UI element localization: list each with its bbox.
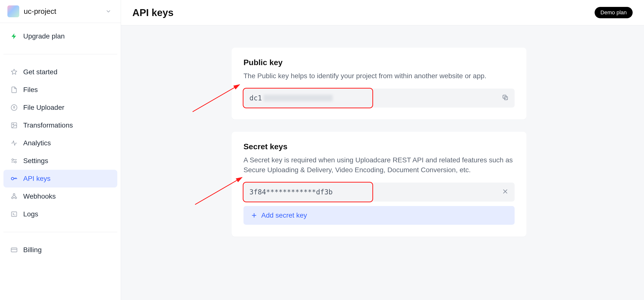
copy-public-key-button[interactable] [502,94,509,102]
sidebar-item-file-uploader[interactable]: File Uploader [4,99,117,116]
svg-rect-9 [12,212,17,217]
nav-label: Webhooks [23,192,56,200]
nav-label: Get started [23,68,58,76]
webhook-icon [10,193,18,200]
sliders-icon [10,157,18,165]
svg-point-4 [14,161,16,163]
secret-key-row: 3f84************df3b [244,183,514,202]
secret-keys-description: A Secret key is required when using Uplo… [244,155,514,175]
public-key-row: dc1 [244,89,514,108]
public-key-value[interactable]: dc1 [250,94,262,102]
project-switcher[interactable]: uc-project [0,0,121,23]
secret-keys-title: Secret keys [244,142,514,151]
nav-label: Upgrade plan [23,32,65,40]
nav-label: Billing [23,246,42,254]
nav-label: File Uploader [23,104,64,111]
project-avatar [8,5,19,17]
svg-point-2 [12,124,14,125]
credit-card-icon [10,246,18,254]
chevron-down-icon [106,8,111,14]
sidebar-item-analytics[interactable]: Analytics [4,134,117,152]
public-key-card: Public key The Public key helps to ident… [232,48,526,119]
bolt-icon [10,32,18,40]
key-icon [10,175,18,182]
nav-label: Transformations [23,121,73,129]
delete-secret-key-button[interactable] [502,188,509,196]
svg-rect-10 [11,248,17,252]
content-scroll: Public key The Public key helps to ident… [121,25,644,300]
topbar: API keys Demo plan [121,0,644,25]
public-key-title: Public key [244,58,514,67]
nav-label: Files [23,86,38,94]
upload-icon [10,104,18,111]
sidebar-item-webhooks[interactable]: Webhooks [4,188,117,205]
sidebar-item-get-started[interactable]: Get started [4,63,117,81]
sidebar-item-files[interactable]: Files [4,81,117,99]
page-title: API keys [132,7,174,18]
nav-label: Analytics [23,139,51,147]
svg-point-6 [12,197,13,199]
sidebar: uc-project Upgrade plan Get started [0,0,121,300]
add-secret-key-button[interactable]: Add secret key [244,206,514,225]
sidebar-item-logs[interactable]: Logs [4,205,117,223]
sidebar-item-upgrade[interactable]: Upgrade plan [4,27,117,45]
sidebar-item-transformations[interactable]: Transformations [4,116,117,134]
main-area: API keys Demo plan Public key The Public… [121,0,644,300]
nav-label: Logs [23,210,38,218]
close-icon [502,188,509,196]
activity-icon [10,139,18,147]
document-icon [10,86,18,93]
nav-label: API keys [23,175,50,183]
project-name: uc-project [24,7,56,15]
star-icon [10,68,18,76]
public-key-description: The Public key helps to identify your pr… [244,71,514,81]
sidebar-item-settings[interactable]: Settings [4,152,117,170]
svg-point-7 [15,197,17,199]
public-key-redacted [264,95,332,101]
add-secret-key-label: Add secret key [261,211,307,219]
nav-label: Settings [23,157,48,165]
plan-badge[interactable]: Demo plan [594,7,633,18]
copy-icon [502,94,509,102]
secret-key-value[interactable]: 3f84************df3b [250,188,332,196]
svg-point-5 [11,177,14,180]
secret-keys-card: Secret keys A Secret key is required whe… [232,132,526,237]
sidebar-item-billing[interactable]: Billing [4,241,117,259]
plus-icon [251,212,257,219]
image-icon [10,122,18,129]
terminal-icon [10,210,18,218]
sidebar-item-api-keys[interactable]: API keys [4,170,117,188]
